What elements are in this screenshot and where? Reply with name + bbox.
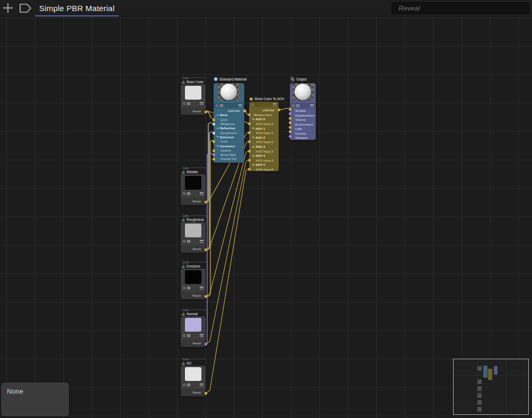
aov-input-4-port[interactable] [248, 159, 251, 162]
light-port[interactable] [289, 126, 291, 129]
collapse-caret-icon [217, 114, 219, 116]
surface-port[interactable] [289, 108, 291, 111]
minimap-node-emissive [477, 393, 482, 398]
result-port[interactable] [205, 392, 207, 395]
swatch-display-icon[interactable] [296, 104, 299, 107]
environment-port[interactable] [289, 121, 291, 124]
color-node-roughness[interactable]: Color Roughness Result [181, 214, 206, 253]
color-node-emissive[interactable]: Color Emissive Result [181, 260, 206, 299]
section-reflection[interactable]: Reflection [214, 126, 244, 130]
overall-tint-port[interactable] [212, 158, 215, 161]
swatch-display-icon[interactable] [220, 104, 223, 107]
color-swatch[interactable] [185, 176, 201, 190]
node-menu-icon[interactable] [200, 287, 203, 289]
add-tab-button[interactable] [0, 0, 16, 16]
node-menu-icon[interactable] [200, 384, 203, 386]
contour-port[interactable] [289, 130, 291, 133]
preview-toggle-icon[interactable] [183, 384, 185, 386]
section-emission[interactable]: Emission [214, 135, 244, 139]
aov-input-1-port[interactable] [248, 131, 251, 134]
roughness-port[interactable] [212, 132, 215, 135]
preview-toggle-icon[interactable] [183, 102, 185, 105]
swatch-display-icon[interactable] [187, 334, 190, 337]
node-menu-icon[interactable] [200, 192, 203, 195]
preview-toggle-icon[interactable] [251, 103, 254, 106]
input-row-aov-1: AOV Input 1 [249, 131, 279, 136]
metalness-port[interactable] [212, 123, 215, 126]
node-menu-icon[interactable] [310, 104, 314, 107]
collapse-caret-icon [217, 128, 219, 129]
reveal-search-input[interactable] [392, 2, 529, 14]
section-base[interactable]: Base [214, 113, 244, 117]
base-color-port[interactable] [212, 119, 215, 121]
node-output[interactable]: Output Surface Displacement Volume Envir… [290, 76, 316, 140]
color-node-normal[interactable]: Color Normal Result [181, 308, 206, 347]
aov-input-3-port[interactable] [248, 150, 251, 153]
swatch-display-icon[interactable] [187, 240, 190, 243]
result-port[interactable] [205, 201, 207, 203]
outcolor-port[interactable] [243, 110, 246, 112]
node-graph-canvas[interactable]: Color Base Color Result Color Metallic R… [0, 16, 532, 418]
node-menu-icon[interactable] [238, 104, 242, 107]
color-node-base-color[interactable]: Color Base Color Result [181, 76, 206, 115]
result-port[interactable] [205, 248, 207, 251]
input-row-opacity: Opacity [214, 148, 244, 153]
color-swatch[interactable] [185, 224, 201, 237]
preview-toggle-icon[interactable] [183, 287, 185, 289]
tag-icon [18, 3, 32, 14]
section-aov-5[interactable]: AOV 5 [249, 163, 279, 167]
node-menu-icon[interactable] [200, 102, 203, 105]
section-aov-3[interactable]: AOV 3 [249, 145, 279, 149]
volume-port[interactable] [289, 117, 291, 120]
input-row-overall-tint: Overall Tint [214, 157, 244, 161]
preview-toggle-icon[interactable] [292, 104, 295, 107]
bookmark-tab-button[interactable] [16, 0, 34, 16]
node-store-color-to-aov[interactable]: Store Color To AOV outColor Beauty Input… [249, 96, 285, 171]
swatch-display-icon[interactable] [187, 102, 190, 105]
bump-map-port[interactable] [212, 154, 215, 156]
result-port[interactable] [205, 111, 207, 113]
emission-color-port[interactable] [212, 140, 215, 143]
tab-simple-pbr-material[interactable]: Simple PBR Material [34, 0, 120, 16]
opacity-port[interactable] [212, 149, 215, 152]
node-menu-icon[interactable] [200, 334, 203, 337]
color-swatch[interactable] [185, 318, 201, 332]
section-aov-0[interactable]: AOV 0 [249, 117, 279, 122]
displacement-port[interactable] [289, 112, 291, 115]
section-aov-1[interactable]: AOV 1 [249, 126, 279, 131]
color-swatch[interactable] [185, 86, 201, 100]
color-swatch[interactable] [185, 367, 201, 381]
swatch-display-icon[interactable] [187, 384, 190, 386]
outcolor-port[interactable] [278, 109, 280, 111]
color-node-ao[interactable]: Color AO Result [181, 357, 206, 396]
viewport-port[interactable] [289, 135, 291, 138]
node-menu-icon[interactable] [273, 103, 277, 106]
preview-toggle-icon[interactable] [183, 192, 185, 195]
node-menu-icon[interactable] [200, 240, 203, 243]
section-aov-4[interactable]: AOV 4 [249, 154, 279, 158]
color-node-metallic[interactable]: Color Metallic Result [181, 166, 206, 205]
minimap[interactable] [453, 359, 529, 415]
aov-input-0-port[interactable] [248, 122, 251, 125]
color-swatch[interactable] [185, 270, 201, 284]
aov-input-2-port[interactable] [248, 140, 251, 143]
input-row-light: Light [290, 127, 316, 131]
swatch-display-icon[interactable] [187, 192, 190, 195]
beauty-input-port[interactable] [248, 113, 251, 116]
aov-input-5-port[interactable] [248, 168, 251, 171]
result-port[interactable] [205, 343, 207, 345]
preview-toggle-icon[interactable] [216, 104, 218, 107]
minimap-node-metallic [477, 379, 482, 384]
preview-toggle-icon[interactable] [183, 334, 185, 337]
wire-emissive-to-aov-input-3[interactable] [206, 151, 249, 296]
swatch-display-icon[interactable] [187, 287, 190, 289]
wire-normal-to-aov-input-4[interactable] [206, 160, 249, 344]
section-geometry[interactable]: Geometry [214, 144, 244, 148]
minimap-node-store-aov [488, 369, 492, 380]
node-standard-material[interactable]: Standard Material outColor Base Color Me… [214, 76, 246, 163]
tab-title: Simple PBR Material [39, 4, 114, 13]
section-aov-2[interactable]: AOV 2 [249, 136, 279, 140]
result-port[interactable] [205, 295, 207, 298]
wire-ao-to-aov-input-5[interactable] [206, 169, 249, 393]
preview-toggle-icon[interactable] [183, 240, 185, 243]
